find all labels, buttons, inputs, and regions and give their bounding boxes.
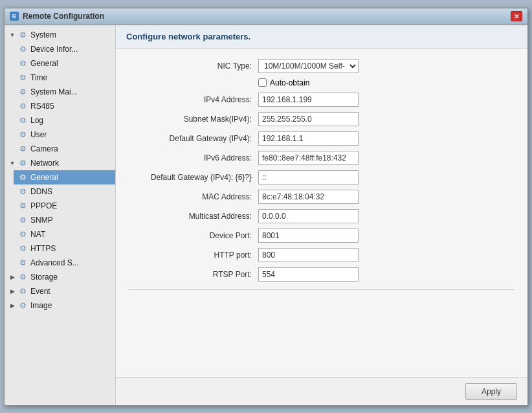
sidebar-item-storage[interactable]: ▶ ⚙ Storage — [5, 270, 115, 284]
right-panel: Configure network parameters. NIC Type: … — [116, 25, 527, 405]
multicast-row: Multicast Address: — [129, 209, 515, 223]
auto-obtain-checkbox[interactable] — [258, 78, 267, 87]
system-label: System — [30, 30, 56, 39]
ipv6-row: IPv6 Address: — [129, 151, 515, 165]
ipv4-input[interactable] — [258, 93, 359, 107]
multicast-input[interactable] — [258, 209, 359, 223]
gear-icon-device-info: ⚙ — [17, 44, 28, 54]
general-label: General — [30, 59, 58, 68]
rtsp-port-input[interactable] — [258, 267, 359, 282]
title-bar: ⊞ Remote Configuration ✕ — [5, 8, 527, 25]
network-icon: ⚙ — [17, 158, 28, 168]
nic-type-row: NIC Type: 10M/100M/1000M Self-... — [129, 59, 515, 73]
sidebar-item-https[interactable]: ⚙ HTTPS — [14, 241, 115, 256]
rtsp-port-row: RTSP Port: — [129, 267, 515, 282]
mac-input[interactable] — [258, 190, 359, 204]
ipv6-label: IPv6 Address: — [129, 153, 258, 162]
advanced-s-label: Advanced S... — [30, 258, 79, 267]
camera-label: Camera — [30, 144, 58, 153]
panel-body: NIC Type: 10M/100M/1000M Self-... Auto-o… — [116, 49, 527, 377]
mac-label: MAC Address: — [129, 192, 258, 201]
expand-arrow-storage: ▶ — [8, 273, 16, 281]
expand-arrow-image: ▶ — [8, 302, 16, 309]
gear-icon-net-general: ⚙ — [17, 172, 28, 183]
main-content: ▼ ⚙ System ⚙ Device Infor... ⚙ General ⚙ — [5, 25, 527, 405]
apply-button[interactable]: Apply — [465, 383, 517, 400]
nic-type-label: NIC Type: — [129, 61, 258, 71]
time-label: Time — [30, 73, 47, 82]
sidebar: ▼ ⚙ System ⚙ Device Infor... ⚙ General ⚙ — [5, 25, 116, 405]
sidebar-item-event[interactable]: ▶ ⚙ Event — [5, 284, 115, 298]
default-gw-ipv6-row: Default Gateway (IPv4): {6}?} — [129, 170, 515, 184]
ddns-label: DDNS — [30, 187, 52, 196]
auto-obtain-label: Auto-obtain — [270, 78, 309, 87]
window-title: Remote Configuration — [23, 12, 511, 21]
sidebar-item-snmp[interactable]: ⚙ SNMP — [14, 213, 115, 227]
sidebar-item-pppoe[interactable]: ⚙ PPPOE — [14, 199, 115, 213]
nat-label: NAT — [30, 230, 45, 239]
gear-icon-advanced-s: ⚙ — [17, 258, 28, 268]
gear-icon-system-main: ⚙ — [17, 87, 28, 97]
mac-row: MAC Address: — [129, 190, 515, 204]
gear-icon-rs485: ⚙ — [17, 101, 28, 111]
sidebar-item-image[interactable]: ▶ ⚙ Image — [5, 298, 115, 313]
network-group-header[interactable]: ▼ ⚙ Network — [5, 156, 115, 170]
sidebar-item-rs485[interactable]: ⚙ RS485 — [14, 99, 115, 113]
sidebar-item-time[interactable]: ⚙ Time — [14, 71, 115, 85]
storage-label: Storage — [30, 273, 58, 282]
net-general-label: General — [30, 173, 58, 182]
divider — [129, 289, 515, 290]
nic-type-select[interactable]: 10M/100M/1000M Self-... — [258, 59, 359, 73]
device-port-input[interactable] — [258, 229, 359, 243]
close-button[interactable]: ✕ — [511, 11, 522, 21]
rtsp-port-label: RTSP Port: — [129, 270, 258, 279]
sidebar-item-advanced-s[interactable]: ⚙ Advanced S... — [14, 256, 115, 270]
sidebar-item-log[interactable]: ⚙ Log — [14, 113, 115, 128]
network-label: Network — [30, 159, 59, 168]
sidebar-item-nat[interactable]: ⚙ NAT — [14, 227, 115, 241]
system-group-header[interactable]: ▼ ⚙ System — [5, 28, 115, 42]
gear-icon-pppoe: ⚙ — [17, 201, 28, 211]
gear-icon-nat: ⚙ — [17, 229, 28, 240]
log-label: Log — [30, 116, 43, 125]
pppoe-label: PPPOE — [30, 201, 57, 210]
default-gw-ipv4-input[interactable] — [258, 131, 359, 146]
http-port-input[interactable] — [258, 248, 359, 262]
device-port-label: Device Port: — [129, 231, 258, 240]
sidebar-item-device-info[interactable]: ⚙ Device Infor... — [14, 42, 115, 56]
panel-title: Configure network parameters. — [126, 32, 250, 41]
snmp-label: SNMP — [30, 216, 53, 225]
device-info-label: Device Infor... — [30, 45, 78, 54]
gear-icon-image: ⚙ — [17, 300, 28, 311]
ipv4-row: IPv4 Address: — [129, 93, 515, 107]
system-main-label: System Mai... — [30, 87, 78, 96]
sidebar-item-general[interactable]: ⚙ General — [14, 56, 115, 71]
sidebar-item-net-general[interactable]: ⚙ General — [14, 170, 115, 184]
gear-icon-general: ⚙ — [17, 58, 28, 69]
network-group: ▼ ⚙ Network ⚙ General ⚙ DDNS ⚙ PPPO — [5, 156, 115, 270]
network-children: ⚙ General ⚙ DDNS ⚙ PPPOE ⚙ SNMP — [5, 170, 115, 270]
sidebar-item-ddns[interactable]: ⚙ DDNS — [14, 184, 115, 199]
expand-arrow-event: ▶ — [8, 287, 16, 295]
system-group: ▼ ⚙ System ⚙ Device Infor... ⚙ General ⚙ — [5, 28, 115, 156]
subnet-input[interactable] — [258, 112, 359, 126]
default-gw-ipv6-input[interactable] — [258, 170, 359, 184]
rs485-label: RS485 — [30, 102, 54, 111]
http-port-row: HTTP port: — [129, 248, 515, 262]
subnet-label: Subnet Mask(IPv4): — [129, 115, 258, 124]
ipv6-input[interactable] — [258, 151, 359, 165]
http-port-label: HTTP port: — [129, 251, 258, 260]
gear-icon-camera: ⚙ — [17, 144, 28, 154]
ipv4-label: IPv4 Address: — [129, 95, 258, 104]
default-gw-ipv6-label: Default Gateway (IPv4): {6}?} — [129, 173, 258, 182]
sidebar-item-user[interactable]: ⚙ User — [14, 128, 115, 142]
sidebar-item-system-main[interactable]: ⚙ System Mai... — [14, 85, 115, 99]
device-port-row: Device Port: — [129, 229, 515, 243]
gear-icon-log: ⚙ — [17, 115, 28, 126]
expand-arrow-network: ▼ — [8, 159, 16, 167]
gear-icon-https: ⚙ — [17, 243, 28, 254]
sidebar-item-camera[interactable]: ⚙ Camera — [14, 142, 115, 156]
panel-footer: Apply — [116, 377, 527, 405]
default-gw-ipv4-row: Default Gateway (IPv4): — [129, 131, 515, 146]
default-gw-ipv4-label: Default Gateway (IPv4): — [129, 134, 258, 143]
